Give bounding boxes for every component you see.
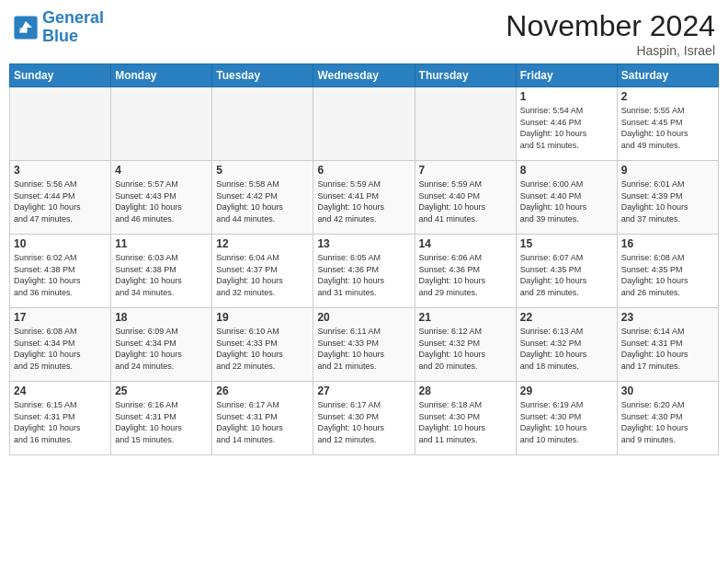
day-info: Sunrise: 5:59 AM Sunset: 4:40 PM Dayligh… [419, 178, 512, 224]
weekday-header: Tuesday [212, 64, 313, 87]
calendar-cell: 21Sunrise: 6:12 AM Sunset: 4:32 PM Dayli… [415, 308, 516, 382]
calendar-cell: 27Sunrise: 6:17 AM Sunset: 4:30 PM Dayli… [313, 382, 415, 455]
location: Haspin, Israel [506, 43, 715, 58]
calendar-week-row: 24Sunrise: 6:15 AM Sunset: 4:31 PM Dayli… [10, 382, 719, 455]
day-info: Sunrise: 6:01 AM Sunset: 4:39 PM Dayligh… [621, 178, 714, 224]
day-info: Sunrise: 6:18 AM Sunset: 4:30 PM Dayligh… [419, 399, 512, 445]
day-info: Sunrise: 6:13 AM Sunset: 4:32 PM Dayligh… [520, 326, 613, 372]
day-number: 23 [621, 311, 714, 324]
day-number: 17 [14, 311, 107, 324]
calendar-cell: 4Sunrise: 5:57 AM Sunset: 4:43 PM Daylig… [111, 161, 212, 235]
day-number: 12 [216, 237, 309, 250]
day-number: 22 [520, 311, 613, 324]
day-info: Sunrise: 6:20 AM Sunset: 4:30 PM Dayligh… [621, 399, 714, 445]
calendar-cell: 19Sunrise: 6:10 AM Sunset: 4:33 PM Dayli… [212, 308, 313, 382]
calendar-cell: 11Sunrise: 6:03 AM Sunset: 4:38 PM Dayli… [111, 235, 212, 308]
day-number: 20 [317, 311, 410, 324]
day-number: 9 [621, 164, 714, 177]
weekday-header: Friday [516, 64, 617, 87]
day-number: 29 [520, 385, 613, 397]
calendar-cell: 14Sunrise: 6:06 AM Sunset: 4:36 PM Dayli… [415, 235, 516, 308]
day-info: Sunrise: 6:10 AM Sunset: 4:33 PM Dayligh… [216, 326, 309, 372]
day-number: 10 [14, 237, 107, 250]
day-info: Sunrise: 6:09 AM Sunset: 4:34 PM Dayligh… [115, 326, 208, 372]
calendar-cell: 22Sunrise: 6:13 AM Sunset: 4:32 PM Dayli… [516, 308, 617, 382]
day-info: Sunrise: 6:19 AM Sunset: 4:30 PM Dayligh… [520, 399, 613, 445]
day-number: 25 [115, 385, 208, 397]
day-number: 8 [520, 164, 613, 177]
day-number: 5 [216, 164, 309, 177]
day-info: Sunrise: 6:16 AM Sunset: 4:31 PM Dayligh… [115, 399, 208, 445]
svg-rect-2 [19, 28, 27, 33]
calendar-week-row: 17Sunrise: 6:08 AM Sunset: 4:34 PM Dayli… [10, 308, 719, 382]
day-number: 7 [419, 164, 512, 177]
weekday-header: Thursday [415, 64, 516, 87]
calendar-cell: 29Sunrise: 6:19 AM Sunset: 4:30 PM Dayli… [516, 382, 617, 455]
day-info: Sunrise: 6:04 AM Sunset: 4:37 PM Dayligh… [216, 252, 309, 298]
calendar-cell: 16Sunrise: 6:08 AM Sunset: 4:35 PM Dayli… [617, 235, 718, 308]
day-number: 15 [520, 237, 613, 250]
day-number: 24 [14, 385, 107, 397]
calendar-table: SundayMondayTuesdayWednesdayThursdayFrid… [9, 63, 719, 455]
calendar-cell: 20Sunrise: 6:11 AM Sunset: 4:33 PM Dayli… [313, 308, 415, 382]
day-number: 1 [520, 90, 613, 103]
day-number: 2 [621, 90, 714, 103]
calendar-week-row: 3Sunrise: 5:56 AM Sunset: 4:44 PM Daylig… [10, 161, 719, 235]
calendar-cell [313, 87, 415, 161]
day-number: 6 [317, 164, 410, 177]
calendar-cell: 1Sunrise: 5:54 AM Sunset: 4:46 PM Daylig… [516, 87, 617, 161]
day-info: Sunrise: 6:02 AM Sunset: 4:38 PM Dayligh… [14, 252, 107, 298]
calendar-cell: 7Sunrise: 5:59 AM Sunset: 4:40 PM Daylig… [415, 161, 516, 235]
calendar-cell: 28Sunrise: 6:18 AM Sunset: 4:30 PM Dayli… [415, 382, 516, 455]
logo-text: General Blue [42, 9, 104, 46]
calendar-cell [10, 87, 111, 161]
weekday-header: Wednesday [313, 64, 415, 87]
logo-line2: Blue [42, 27, 78, 45]
calendar-cell: 9Sunrise: 6:01 AM Sunset: 4:39 PM Daylig… [617, 161, 718, 235]
day-number: 28 [419, 385, 512, 397]
day-number: 26 [216, 385, 309, 397]
day-info: Sunrise: 6:06 AM Sunset: 4:36 PM Dayligh… [419, 252, 512, 298]
day-info: Sunrise: 6:00 AM Sunset: 4:40 PM Dayligh… [520, 178, 613, 224]
day-info: Sunrise: 5:57 AM Sunset: 4:43 PM Dayligh… [115, 178, 208, 224]
day-info: Sunrise: 6:15 AM Sunset: 4:31 PM Dayligh… [14, 399, 107, 445]
day-info: Sunrise: 6:17 AM Sunset: 4:31 PM Dayligh… [216, 399, 309, 445]
calendar-cell: 17Sunrise: 6:08 AM Sunset: 4:34 PM Dayli… [10, 308, 111, 382]
day-info: Sunrise: 6:11 AM Sunset: 4:33 PM Dayligh… [317, 326, 410, 372]
calendar-cell [415, 87, 516, 161]
weekday-header: Monday [111, 64, 212, 87]
calendar-cell: 5Sunrise: 5:58 AM Sunset: 4:42 PM Daylig… [212, 161, 313, 235]
calendar-cell: 23Sunrise: 6:14 AM Sunset: 4:31 PM Dayli… [617, 308, 718, 382]
day-number: 21 [419, 311, 512, 324]
month-title: November 2024 [506, 9, 715, 43]
title-block: November 2024 Haspin, Israel [506, 9, 715, 58]
calendar-cell: 15Sunrise: 6:07 AM Sunset: 4:35 PM Dayli… [516, 235, 617, 308]
day-info: Sunrise: 6:17 AM Sunset: 4:30 PM Dayligh… [317, 399, 410, 445]
logo-line1: General [42, 8, 104, 27]
calendar-cell: 24Sunrise: 6:15 AM Sunset: 4:31 PM Dayli… [10, 382, 111, 455]
day-number: 14 [419, 237, 512, 250]
logo: General Blue [13, 9, 104, 46]
day-number: 4 [115, 164, 208, 177]
calendar-cell: 10Sunrise: 6:02 AM Sunset: 4:38 PM Dayli… [10, 235, 111, 308]
day-info: Sunrise: 5:54 AM Sunset: 4:46 PM Dayligh… [520, 105, 613, 151]
calendar-week-row: 10Sunrise: 6:02 AM Sunset: 4:38 PM Dayli… [10, 235, 719, 308]
calendar-cell: 30Sunrise: 6:20 AM Sunset: 4:30 PM Dayli… [617, 382, 718, 455]
day-number: 18 [115, 311, 208, 324]
day-info: Sunrise: 6:03 AM Sunset: 4:38 PM Dayligh… [115, 252, 208, 298]
weekday-header-row: SundayMondayTuesdayWednesdayThursdayFrid… [10, 64, 719, 87]
day-number: 11 [115, 237, 208, 250]
day-info: Sunrise: 5:58 AM Sunset: 4:42 PM Dayligh… [216, 178, 309, 224]
calendar-cell: 6Sunrise: 5:59 AM Sunset: 4:41 PM Daylig… [313, 161, 415, 235]
day-info: Sunrise: 6:08 AM Sunset: 4:34 PM Dayligh… [14, 326, 107, 372]
day-info: Sunrise: 6:14 AM Sunset: 4:31 PM Dayligh… [621, 326, 714, 372]
weekday-header: Sunday [10, 64, 111, 87]
calendar-cell: 18Sunrise: 6:09 AM Sunset: 4:34 PM Dayli… [111, 308, 212, 382]
calendar-cell: 8Sunrise: 6:00 AM Sunset: 4:40 PM Daylig… [516, 161, 617, 235]
day-info: Sunrise: 6:05 AM Sunset: 4:36 PM Dayligh… [317, 252, 410, 298]
calendar-cell [111, 87, 212, 161]
day-info: Sunrise: 5:56 AM Sunset: 4:44 PM Dayligh… [14, 178, 107, 224]
weekday-header: Saturday [617, 64, 718, 87]
day-info: Sunrise: 5:55 AM Sunset: 4:45 PM Dayligh… [621, 105, 714, 151]
day-number: 13 [317, 237, 410, 250]
